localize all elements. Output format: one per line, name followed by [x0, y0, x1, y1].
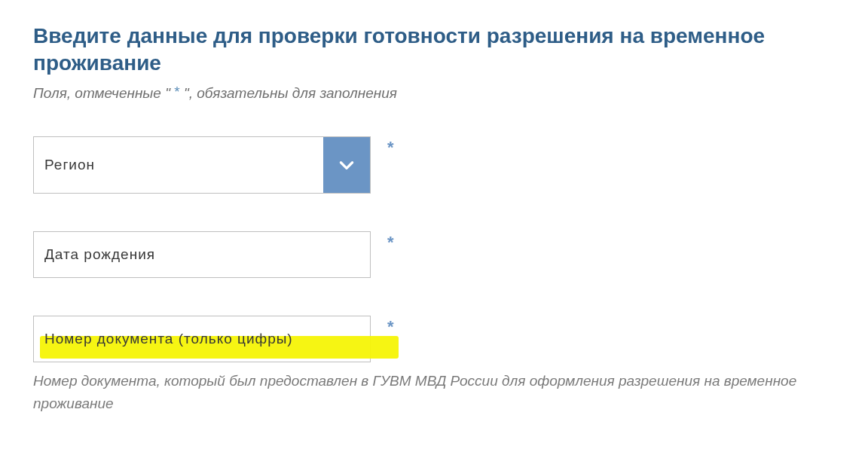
field-row-dob: Дата рождения *	[33, 231, 838, 278]
field-row-docnum: Номер документа (только цифры) *	[33, 316, 838, 362]
required-star: *	[387, 138, 394, 157]
docnum-helper-text: Номер документа, который был предоставле…	[33, 370, 817, 416]
docnum-field[interactable]: Номер документа (только цифры)	[33, 316, 371, 362]
docnum-placeholder: Номер документа (только цифры)	[44, 331, 293, 347]
chevron-down-icon	[337, 155, 356, 175]
required-fields-note: Поля, отмеченные " * ", обязательны для …	[33, 84, 838, 102]
field-row-region: Регион *	[33, 136, 838, 194]
required-star-inline: *	[174, 84, 179, 99]
required-note-prefix: Поля, отмеченные "	[33, 85, 174, 101]
region-select[interactable]: Регион	[33, 136, 371, 194]
dob-placeholder: Дата рождения	[44, 246, 155, 263]
required-note-suffix: ", обязательны для заполнения	[180, 85, 397, 101]
region-select-label: Регион	[34, 157, 323, 173]
required-star: *	[387, 317, 394, 337]
form-heading: Введите данные для проверки готовности р…	[33, 23, 838, 78]
region-dropdown-button[interactable]	[323, 137, 370, 193]
required-star: *	[387, 233, 394, 252]
dob-field[interactable]: Дата рождения	[33, 231, 371, 278]
